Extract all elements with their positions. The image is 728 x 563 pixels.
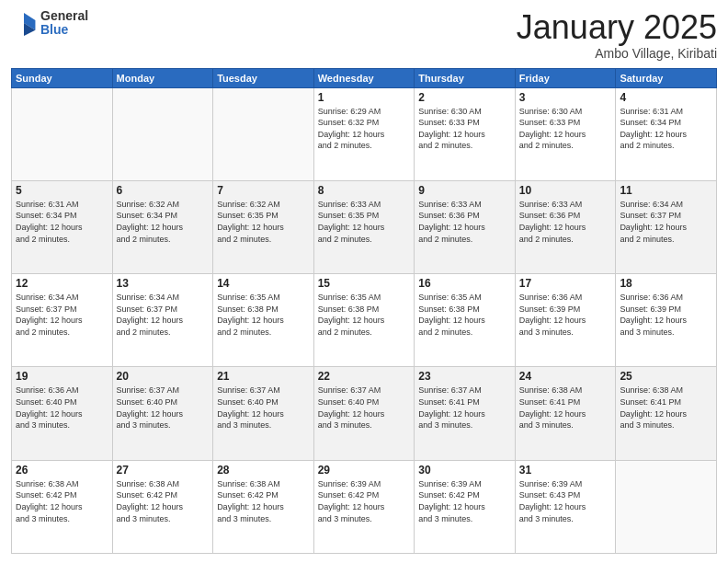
day-info: Sunrise: 6:34 AM Sunset: 6:37 PM Dayligh… xyxy=(16,292,108,338)
day-number: 10 xyxy=(519,184,612,197)
day-number: 24 xyxy=(519,370,612,383)
day-info: Sunrise: 6:39 AM Sunset: 6:43 PM Dayligh… xyxy=(519,478,612,524)
day-number: 21 xyxy=(217,370,310,383)
day-info: Sunrise: 6:38 AM Sunset: 6:41 PM Dayligh… xyxy=(620,385,712,431)
calendar-cell-w1-d6: 11Sunrise: 6:34 AM Sunset: 6:37 PM Dayli… xyxy=(616,180,717,273)
calendar-cell-w3-d5: 24Sunrise: 6:38 AM Sunset: 6:41 PM Dayli… xyxy=(515,367,616,460)
day-number: 18 xyxy=(620,277,712,290)
calendar-cell-w4-d1: 27Sunrise: 6:38 AM Sunset: 6:42 PM Dayli… xyxy=(112,460,213,553)
calendar-cell-w0-d4: 2Sunrise: 6:30 AM Sunset: 6:33 PM Daylig… xyxy=(415,87,516,180)
day-info: Sunrise: 6:36 AM Sunset: 6:39 PM Dayligh… xyxy=(519,292,612,338)
day-info: Sunrise: 6:36 AM Sunset: 6:39 PM Dayligh… xyxy=(620,292,712,338)
week-row-3: 19Sunrise: 6:36 AM Sunset: 6:40 PM Dayli… xyxy=(12,367,717,460)
logo: General Blue xyxy=(11,9,88,38)
day-info: Sunrise: 6:34 AM Sunset: 6:37 PM Dayligh… xyxy=(117,292,210,338)
day-info: Sunrise: 6:35 AM Sunset: 6:38 PM Dayligh… xyxy=(318,292,411,338)
logo-text: General Blue xyxy=(40,9,88,38)
col-saturday: Saturday xyxy=(616,68,717,87)
calendar-cell-w1-d3: 8Sunrise: 6:33 AM Sunset: 6:35 PM Daylig… xyxy=(313,180,415,273)
day-info: Sunrise: 6:33 AM Sunset: 6:36 PM Dayligh… xyxy=(519,199,612,245)
day-number: 15 xyxy=(318,277,411,290)
day-number: 31 xyxy=(519,464,612,477)
day-info: Sunrise: 6:32 AM Sunset: 6:35 PM Dayligh… xyxy=(217,199,310,245)
calendar-cell-w2-d3: 15Sunrise: 6:35 AM Sunset: 6:38 PM Dayli… xyxy=(313,274,415,367)
calendar-cell-w0-d5: 3Sunrise: 6:30 AM Sunset: 6:33 PM Daylig… xyxy=(515,87,616,180)
day-info: Sunrise: 6:30 AM Sunset: 6:33 PM Dayligh… xyxy=(519,106,612,152)
day-info: Sunrise: 6:38 AM Sunset: 6:41 PM Dayligh… xyxy=(519,385,612,431)
calendar-cell-w0-d2 xyxy=(213,87,314,180)
day-number: 12 xyxy=(16,277,108,290)
calendar-cell-w4-d3: 29Sunrise: 6:39 AM Sunset: 6:42 PM Dayli… xyxy=(313,460,415,553)
calendar-cell-w2-d4: 16Sunrise: 6:35 AM Sunset: 6:38 PM Dayli… xyxy=(415,274,516,367)
week-row-1: 5Sunrise: 6:31 AM Sunset: 6:34 PM Daylig… xyxy=(12,180,717,273)
calendar-cell-w4-d4: 30Sunrise: 6:39 AM Sunset: 6:42 PM Dayli… xyxy=(415,460,516,553)
day-number: 9 xyxy=(418,184,511,197)
month-title: January 2025 xyxy=(517,9,717,46)
col-wednesday: Wednesday xyxy=(313,68,415,87)
day-number: 19 xyxy=(16,370,108,383)
day-number: 3 xyxy=(519,91,612,104)
calendar-header-row: Sunday Monday Tuesday Wednesday Thursday… xyxy=(12,68,717,87)
calendar-table: Sunday Monday Tuesday Wednesday Thursday… xyxy=(11,68,717,554)
logo-icon xyxy=(11,10,37,36)
day-info: Sunrise: 6:38 AM Sunset: 6:42 PM Dayligh… xyxy=(117,478,210,524)
col-monday: Monday xyxy=(112,68,213,87)
col-friday: Friday xyxy=(515,68,616,87)
day-info: Sunrise: 6:38 AM Sunset: 6:42 PM Dayligh… xyxy=(217,478,310,524)
day-info: Sunrise: 6:38 AM Sunset: 6:42 PM Dayligh… xyxy=(16,478,108,524)
day-number: 25 xyxy=(620,370,712,383)
calendar-cell-w3-d6: 25Sunrise: 6:38 AM Sunset: 6:41 PM Dayli… xyxy=(616,367,717,460)
calendar-cell-w3-d3: 22Sunrise: 6:37 AM Sunset: 6:40 PM Dayli… xyxy=(313,367,415,460)
week-row-2: 12Sunrise: 6:34 AM Sunset: 6:37 PM Dayli… xyxy=(12,274,717,367)
calendar-cell-w0-d1 xyxy=(112,87,213,180)
calendar-cell-w4-d0: 26Sunrise: 6:38 AM Sunset: 6:42 PM Dayli… xyxy=(12,460,113,553)
day-number: 7 xyxy=(217,184,310,197)
calendar-cell-w4-d6 xyxy=(616,460,717,553)
calendar-cell-w4-d5: 31Sunrise: 6:39 AM Sunset: 6:43 PM Dayli… xyxy=(515,460,616,553)
calendar-cell-w0-d3: 1Sunrise: 6:29 AM Sunset: 6:32 PM Daylig… xyxy=(313,87,415,180)
day-number: 20 xyxy=(117,370,210,383)
day-number: 16 xyxy=(418,277,511,290)
calendar-cell-w2-d2: 14Sunrise: 6:35 AM Sunset: 6:38 PM Dayli… xyxy=(213,274,314,367)
calendar-cell-w2-d5: 17Sunrise: 6:36 AM Sunset: 6:39 PM Dayli… xyxy=(515,274,616,367)
col-thursday: Thursday xyxy=(415,68,516,87)
logo-general-text: General xyxy=(40,9,88,23)
calendar-cell-w1-d2: 7Sunrise: 6:32 AM Sunset: 6:35 PM Daylig… xyxy=(213,180,314,273)
day-number: 11 xyxy=(620,184,712,197)
day-info: Sunrise: 6:36 AM Sunset: 6:40 PM Dayligh… xyxy=(16,385,108,431)
day-info: Sunrise: 6:37 AM Sunset: 6:41 PM Dayligh… xyxy=(418,385,511,431)
day-number: 27 xyxy=(117,464,210,477)
day-number: 29 xyxy=(318,464,411,477)
day-info: Sunrise: 6:39 AM Sunset: 6:42 PM Dayligh… xyxy=(418,478,511,524)
calendar-cell-w0-d0 xyxy=(12,87,113,180)
calendar-cell-w1-d4: 9Sunrise: 6:33 AM Sunset: 6:36 PM Daylig… xyxy=(415,180,516,273)
day-info: Sunrise: 6:35 AM Sunset: 6:38 PM Dayligh… xyxy=(217,292,310,338)
day-info: Sunrise: 6:33 AM Sunset: 6:35 PM Dayligh… xyxy=(318,199,411,245)
day-info: Sunrise: 6:30 AM Sunset: 6:33 PM Dayligh… xyxy=(418,106,511,152)
calendar-cell-w2-d0: 12Sunrise: 6:34 AM Sunset: 6:37 PM Dayli… xyxy=(12,274,113,367)
calendar-cell-w3-d1: 20Sunrise: 6:37 AM Sunset: 6:40 PM Dayli… xyxy=(112,367,213,460)
calendar-cell-w2-d1: 13Sunrise: 6:34 AM Sunset: 6:37 PM Dayli… xyxy=(112,274,213,367)
day-number: 26 xyxy=(16,464,108,477)
day-number: 13 xyxy=(117,277,210,290)
day-number: 17 xyxy=(519,277,612,290)
week-row-0: 1Sunrise: 6:29 AM Sunset: 6:32 PM Daylig… xyxy=(12,87,717,180)
week-row-4: 26Sunrise: 6:38 AM Sunset: 6:42 PM Dayli… xyxy=(12,460,717,553)
calendar-cell-w4-d2: 28Sunrise: 6:38 AM Sunset: 6:42 PM Dayli… xyxy=(213,460,314,553)
day-number: 1 xyxy=(318,91,411,104)
day-info: Sunrise: 6:37 AM Sunset: 6:40 PM Dayligh… xyxy=(318,385,411,431)
header: General Blue January 2025 Ambo Village, … xyxy=(11,9,717,61)
day-number: 6 xyxy=(117,184,210,197)
day-info: Sunrise: 6:32 AM Sunset: 6:34 PM Dayligh… xyxy=(117,199,210,245)
col-sunday: Sunday xyxy=(12,68,113,87)
calendar-cell-w3-d2: 21Sunrise: 6:37 AM Sunset: 6:40 PM Dayli… xyxy=(213,367,314,460)
calendar-cell-w2-d6: 18Sunrise: 6:36 AM Sunset: 6:39 PM Dayli… xyxy=(616,274,717,367)
title-block: January 2025 Ambo Village, Kiribati xyxy=(517,9,717,61)
day-info: Sunrise: 6:31 AM Sunset: 6:34 PM Dayligh… xyxy=(16,199,108,245)
calendar-cell-w1-d0: 5Sunrise: 6:31 AM Sunset: 6:34 PM Daylig… xyxy=(12,180,113,273)
day-info: Sunrise: 6:31 AM Sunset: 6:34 PM Dayligh… xyxy=(620,106,712,152)
calendar-cell-w1-d5: 10Sunrise: 6:33 AM Sunset: 6:36 PM Dayli… xyxy=(515,180,616,273)
day-number: 4 xyxy=(620,91,712,104)
day-number: 2 xyxy=(418,91,511,104)
day-info: Sunrise: 6:29 AM Sunset: 6:32 PM Dayligh… xyxy=(318,106,411,152)
